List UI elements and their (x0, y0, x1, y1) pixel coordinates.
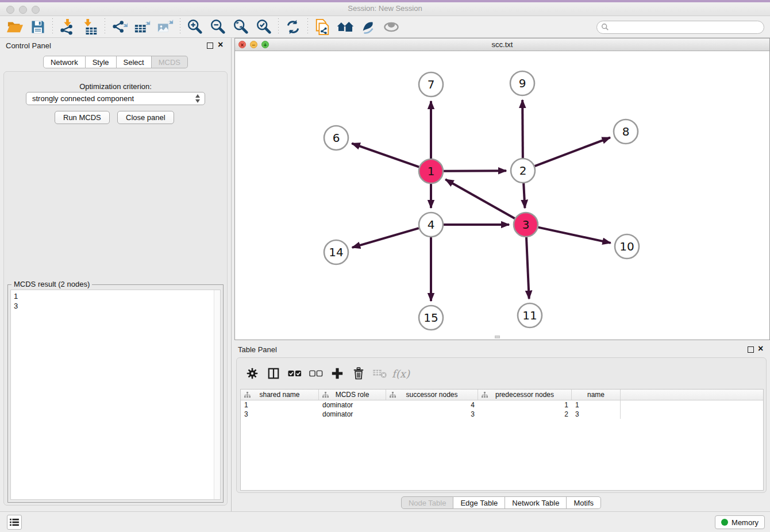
homes-icon (336, 19, 355, 35)
tab-edge-table[interactable]: Edge Table (453, 496, 505, 509)
zoom-out-button[interactable] (206, 17, 229, 37)
zoom-selected-button[interactable] (252, 17, 275, 37)
save-session-button[interactable] (26, 17, 49, 37)
import-table-button[interactable] (79, 17, 102, 37)
table-toolbar: f(x) (241, 363, 411, 384)
memory-status-icon (721, 519, 728, 526)
duplicate-network-button[interactable] (311, 17, 334, 37)
mcds-result-text[interactable]: 1 3 (10, 290, 221, 500)
graph-edge-2-9[interactable] (522, 100, 523, 158)
import-network-button[interactable] (56, 17, 79, 37)
graph-edge-3-10[interactable] (538, 228, 611, 243)
tab-select[interactable]: Select (117, 56, 152, 68)
column-label: predecessor nodes (495, 391, 554, 399)
trash-icon (353, 367, 364, 380)
criterion-dropdown[interactable]: strongly connected component (26, 92, 205, 105)
search-input[interactable] (596, 21, 764, 34)
select-all-button[interactable] (284, 364, 305, 383)
graph-edge-1-6[interactable] (352, 144, 419, 167)
canvas-resize-grip[interactable] (495, 336, 500, 338)
save-floppy-icon (30, 19, 46, 35)
hierarchy-icon (390, 392, 396, 398)
float-panel-icon[interactable] (207, 43, 213, 49)
duplicate-network-icon (314, 18, 330, 36)
table-row[interactable]: 3 dominator 3 2 3 (241, 410, 763, 419)
column-header-predecessor-nodes[interactable]: predecessor nodes (478, 390, 572, 400)
add-column-button[interactable] (326, 364, 348, 383)
split-view-button[interactable] (263, 364, 284, 383)
refresh-layout-button[interactable] (282, 17, 305, 37)
column-header-mcds-role[interactable]: MCDS role (319, 390, 386, 400)
delete-column-button[interactable] (348, 364, 369, 383)
birds-eye-view-button[interactable] (380, 17, 403, 37)
graph-node-label-10: 10 (619, 240, 634, 253)
column-header-shared-name[interactable]: shared name (241, 390, 319, 400)
cell-predecessor-nodes: 1 (478, 400, 572, 410)
task-history-button[interactable] (7, 515, 22, 530)
graph-edge-3-11[interactable] (526, 237, 529, 299)
graph-edge-2-8[interactable] (535, 137, 610, 166)
column-header-name[interactable]: name (572, 390, 621, 400)
delete-table-button[interactable] (369, 364, 390, 383)
tab-motifs[interactable]: Motifs (567, 496, 601, 509)
tab-node-table[interactable]: Node Table (401, 496, 454, 509)
export-image-icon (156, 18, 175, 36)
function-builder-button[interactable]: f(x) (390, 364, 411, 383)
float-panel-icon[interactable] (748, 346, 754, 353)
titlebar: Session: New Session (0, 2, 770, 16)
close-panel-icon[interactable]: × (218, 40, 223, 50)
graph-edge-1-2[interactable] (444, 171, 506, 171)
column-label: successor nodes (406, 391, 457, 399)
import-table-icon (82, 18, 99, 36)
column-label: shared name (259, 391, 299, 399)
graph-node-label-6: 6 (333, 131, 340, 145)
hierarchy-icon (482, 392, 488, 398)
home-layouts-button[interactable] (334, 17, 357, 37)
network-graph[interactable]: 7968124314101511 (235, 51, 769, 340)
graph-edge-2-3[interactable] (523, 183, 525, 208)
result-scrollbar[interactable] (214, 290, 220, 499)
export-table-button[interactable] (131, 17, 154, 37)
export-table-icon (133, 18, 152, 36)
table-settings-button[interactable] (241, 364, 263, 383)
toolbar-separator (105, 18, 105, 36)
export-network-button[interactable] (108, 17, 131, 37)
open-session-button[interactable] (3, 17, 26, 37)
optimization-criterion-label: Optimization criterion: (4, 82, 227, 91)
deselect-all-button[interactable] (305, 364, 326, 383)
graph-edge-4-14[interactable] (352, 228, 419, 248)
column-label: MCDS role (336, 391, 369, 399)
eye-icon (382, 19, 401, 35)
tab-network[interactable]: Network (43, 56, 86, 68)
toolbar-separator (180, 18, 180, 36)
tab-style[interactable]: Style (86, 56, 117, 68)
table-row[interactable]: 1 dominator 4 1 1 (241, 400, 763, 410)
column-header-successor-nodes[interactable]: successor nodes (386, 390, 478, 400)
zoom-in-button[interactable] (183, 17, 206, 37)
refresh-icon (285, 19, 301, 35)
mcds-result-box: MCDS result (2 nodes) 1 3 (7, 284, 224, 503)
network-canvas[interactable]: 7968124314101511 (235, 51, 769, 340)
cell-predecessor-nodes: 2 (478, 410, 572, 419)
export-image-button[interactable] (154, 17, 177, 37)
checked-boxes-icon (288, 369, 302, 377)
graph-node-label-8: 8 (622, 125, 630, 138)
close-panel-icon[interactable]: × (758, 344, 763, 354)
run-mcds-button[interactable]: Run MCDS (55, 111, 110, 124)
cell-mcds-role: dominator (319, 410, 386, 419)
graph-node-label-3: 3 (522, 218, 530, 232)
zoom-fit-button[interactable] (229, 17, 252, 37)
export-network-icon (111, 18, 128, 36)
tab-network-table[interactable]: Network Table (505, 496, 567, 509)
network-window-titlebar[interactable]: × − + scc.txt (235, 38, 769, 51)
table-panel-card: f(x) shared name MCDS role successor nod… (236, 357, 767, 493)
table-panel-tabs: Node Table Edge Table Network Table Moti… (232, 496, 770, 509)
node-table: shared name MCDS role successor nodes pr… (240, 389, 764, 491)
close-panel-button[interactable]: Close panel (117, 111, 174, 124)
zoom-in-icon (186, 18, 203, 36)
graph-edge-3-1[interactable] (445, 179, 515, 218)
tab-mcds[interactable]: MCDS (152, 56, 188, 68)
cell-shared-name: 3 (241, 410, 319, 419)
show-graphics-details-button[interactable] (357, 17, 380, 37)
memory-button[interactable]: Memory (715, 515, 765, 529)
